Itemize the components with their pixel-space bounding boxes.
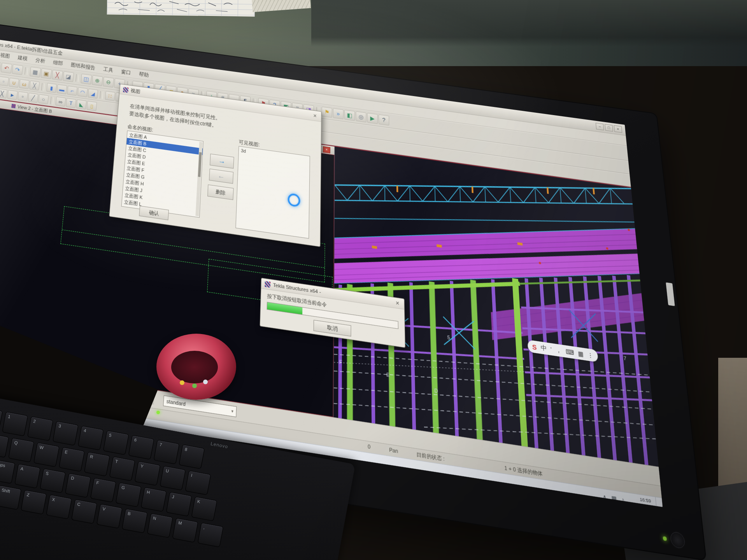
minimize-button[interactable]: – [596, 123, 604, 130]
new-view-icon[interactable]: ◫ [81, 74, 92, 85]
input-indicator-icon[interactable]: ▦ [611, 494, 617, 502]
select-area-icon[interactable]: ▫ [18, 91, 28, 102]
publish-icon[interactable]: ◧ [344, 110, 355, 121]
snap-point-icon[interactable]: ▫ [0, 76, 9, 86]
keyboard-key: R [84, 452, 110, 476]
close-icon[interactable]: × [395, 299, 401, 307]
keyboard-brand-label: Lenovo [210, 441, 228, 450]
hidden-icons-chevron[interactable]: ∧ [602, 493, 607, 501]
ime-keyboard-icon[interactable]: ⌨ [565, 348, 574, 356]
fast-forward-icon[interactable]: » [333, 108, 344, 119]
window-controls: –□× [596, 123, 622, 133]
undo-icon[interactable]: ↶ [1, 63, 12, 74]
draw-line-icon[interactable]: ╱ [28, 93, 39, 103]
profile-fold-icon[interactable]: ◢ [88, 89, 98, 99]
toolbar-separator [100, 91, 103, 99]
keyboard-key: 7 [154, 439, 180, 464]
close-icon[interactable]: × [312, 112, 318, 119]
cancel-button[interactable]: 取消 [314, 320, 351, 336]
zoom-out-icon[interactable]: ⊖ [103, 77, 114, 88]
keyboard-key: H [141, 487, 167, 512]
select-arrow-icon[interactable]: ► [7, 90, 18, 100]
ime-lang-indicator[interactable]: 中 [540, 343, 547, 353]
handwriting-scribbles [107, 0, 255, 17]
power-led [663, 536, 667, 541]
copy-icon[interactable]: ▣ [40, 68, 52, 79]
component-icon[interactable]: ◣ [76, 100, 87, 110]
select-cross-icon[interactable]: ╳ [0, 89, 7, 99]
draw-circle-icon[interactable]: ○ [38, 94, 49, 104]
help-icon[interactable]: ? [379, 114, 389, 126]
print-icon[interactable]: ▦ [30, 67, 41, 78]
keyboard-key: U [160, 466, 186, 490]
keyboard-key: W [33, 442, 60, 467]
menu-item-0[interactable]: 视图 [0, 50, 14, 61]
cut-icon[interactable]: ╳ [52, 70, 63, 80]
keyboard-key: K [191, 497, 217, 522]
desk-object-detail [192, 383, 197, 388]
profile-column-icon[interactable]: ▮ [46, 83, 57, 93]
bezel-sticker [666, 282, 675, 306]
grid-letter-label: E [386, 372, 390, 378]
delete-button[interactable]: 删除 [207, 184, 234, 200]
keyboard-key: C [71, 499, 97, 524]
keyboard-key: 6 [128, 435, 154, 460]
ime-comma[interactable]: ， [556, 346, 562, 355]
taskbar-clock[interactable]: 16:59 2022/10/16 [628, 494, 652, 507]
maximize-button[interactable]: □ [605, 124, 613, 131]
keyboard-led [156, 411, 160, 414]
ime-more-icon[interactable]: ⋮ [587, 351, 593, 359]
zoom-in-icon[interactable]: ⊕ [92, 75, 103, 86]
keyboard-key: Q [8, 438, 34, 462]
power-button [670, 531, 686, 549]
paste-icon[interactable]: ◪ [63, 71, 74, 82]
selection-filter-value: standard [167, 398, 186, 407]
snapshot-icon[interactable]: ◎ [356, 111, 366, 122]
move-left-button[interactable]: ← [209, 169, 233, 184]
macro-run-icon[interactable]: ▶ [367, 113, 378, 124]
profile-arc-icon[interactable]: ◠ [77, 87, 88, 97]
keyboard-key: I [185, 471, 211, 495]
keyboard-key: Tab [0, 433, 9, 458]
named-views-list[interactable]: 立面图 A 立面图 B 立面图 C 立面图 D 立面图 E 立面图 F 立面图 … [121, 130, 204, 217]
view-close-button[interactable]: × [323, 146, 330, 153]
photo-scene: Lenovo es x64 - E:tekla拆图\信昌五金 –□× 视图建模分… [0, 0, 747, 560]
bolt-array-icon[interactable]: ∷ [105, 91, 116, 101]
mesh-icon[interactable]: ╳ [29, 80, 40, 91]
background-shelf [311, 0, 747, 47]
visible-view-item[interactable]: 3d [239, 147, 310, 163]
keyboard-key: 1 [2, 411, 28, 436]
show-desktop-button[interactable] [655, 497, 659, 507]
grid-number-label: 5 [447, 334, 450, 341]
binoculars-icon[interactable]: ∞ [55, 96, 66, 107]
keyboard-key: 8 [179, 444, 205, 469]
keyboard-key: S [40, 468, 66, 493]
toolbar-separator [41, 83, 45, 91]
redo-icon[interactable]: ↷ [12, 64, 23, 75]
move-right-button[interactable]: → [210, 154, 234, 169]
flag-icon[interactable]: ⚑ [321, 107, 332, 118]
handwritten-paper [107, 0, 255, 17]
ime-apostrophe[interactable]: ’ [550, 346, 552, 353]
chevron-down-icon: ▾ [231, 409, 233, 414]
tekla-view-icon [11, 104, 16, 108]
close-button[interactable]: × [614, 125, 622, 133]
profile-beam-icon[interactable]: ▬ [57, 84, 67, 94]
view-projection-icon[interactable]: T [66, 98, 76, 108]
progress-bar-fill [267, 302, 303, 314]
keyboard-key: Caps [0, 459, 15, 484]
visible-views-list[interactable]: 3d [235, 146, 310, 238]
drawing-list-icon[interactable]: ▯ [87, 101, 97, 111]
keyboard-key: E [59, 447, 85, 472]
ime-board-icon[interactable]: ▦ [578, 350, 584, 357]
anchor-icon[interactable]: ω [19, 79, 30, 89]
keyboard-key: Shift [0, 485, 21, 510]
keyboard-key: J [166, 492, 192, 517]
ime-logo[interactable]: S [532, 343, 537, 351]
keyboard-key: T [109, 456, 135, 481]
volume-icon[interactable]: ♪ [621, 496, 624, 504]
desk-object-detail [203, 380, 208, 384]
keyboard-key: 3 [53, 421, 79, 446]
lift-hook-icon[interactable]: ∪ [9, 78, 19, 88]
profile-angle-icon[interactable]: ⌐ [67, 86, 77, 96]
